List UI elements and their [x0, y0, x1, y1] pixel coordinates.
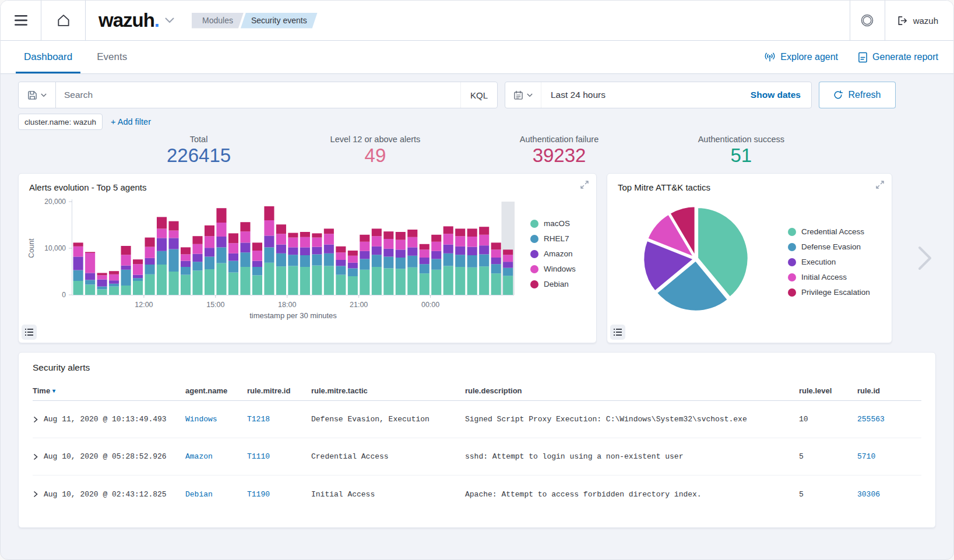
bar-segment[interactable]	[407, 230, 417, 237]
bar-segment[interactable]	[157, 217, 167, 228]
bar-segment[interactable]	[360, 251, 369, 259]
bar-segment[interactable]	[431, 259, 441, 269]
bar-segment[interactable]	[85, 280, 95, 284]
show-dates-button[interactable]: Show dates	[751, 90, 811, 100]
bar-segment[interactable]	[228, 253, 238, 261]
bar-segment[interactable]	[276, 266, 286, 295]
cell-agent-name[interactable]: Amazon	[185, 452, 247, 461]
bar-segment[interactable]	[336, 252, 346, 260]
bar-segment[interactable]	[97, 289, 107, 295]
bar-segment[interactable]	[503, 268, 513, 276]
bar-segment[interactable]	[264, 206, 274, 220]
bar-segment[interactable]	[420, 249, 430, 258]
bar-segment[interactable]	[467, 228, 477, 237]
bar-segment[interactable]	[383, 256, 393, 268]
bar-segment[interactable]	[121, 270, 131, 286]
bar-segment[interactable]	[396, 269, 406, 295]
bar-segment[interactable]	[73, 246, 83, 257]
cell-agent-name[interactable]: Debian	[185, 490, 247, 499]
bar-segment[interactable]	[348, 276, 358, 295]
bar-segment[interactable]	[97, 273, 107, 275]
expand-panel-button[interactable]	[875, 180, 885, 189]
bar-segment[interactable]	[467, 255, 477, 267]
bar-segment[interactable]	[407, 267, 417, 295]
bar-segment[interactable]	[288, 247, 298, 255]
bar-segment[interactable]	[168, 231, 178, 238]
bar-segment[interactable]	[240, 231, 250, 242]
bar-segment[interactable]	[348, 263, 358, 269]
bar-segment[interactable]	[121, 286, 131, 295]
column-header-agent-name[interactable]: agent.name	[185, 386, 247, 395]
bar-segment[interactable]	[157, 238, 167, 251]
bar-segment[interactable]	[205, 226, 214, 236]
bar-segment[interactable]	[73, 242, 83, 246]
logout-button[interactable]: wazuh	[885, 1, 953, 40]
bar-segment[interactable]	[396, 258, 406, 269]
cell-agent-name[interactable]: Windows	[185, 415, 247, 424]
column-header-rule-level[interactable]: rule.level	[799, 386, 857, 395]
bar-segment[interactable]	[300, 232, 310, 237]
bar-segment[interactable]	[348, 256, 358, 263]
bar-segment[interactable]	[276, 253, 286, 266]
bar-segment[interactable]	[73, 270, 83, 281]
bar-segment[interactable]	[216, 237, 226, 247]
bar-segment[interactable]	[372, 228, 382, 236]
bar-segment[interactable]	[491, 249, 501, 258]
legend-item[interactable]: macOS	[530, 219, 576, 228]
bar-segment[interactable]	[109, 287, 119, 295]
bar-segment[interactable]	[324, 228, 334, 234]
bar-segment[interactable]	[85, 253, 95, 273]
bar-segment[interactable]	[252, 275, 262, 295]
row-expand-icon[interactable]	[33, 491, 38, 498]
bar-segment[interactable]	[431, 270, 441, 295]
bar-segment[interactable]	[121, 246, 131, 255]
legend-item[interactable]: Credential Access	[788, 227, 870, 236]
bar-segment[interactable]	[407, 256, 417, 267]
bar-segment[interactable]	[300, 267, 310, 295]
bar-segment[interactable]	[443, 253, 453, 266]
search-input[interactable]	[56, 90, 460, 100]
bar-segment[interactable]	[133, 275, 143, 279]
bar-segment[interactable]	[288, 238, 298, 248]
bar-segment[interactable]	[455, 236, 465, 246]
add-filter-button[interactable]: + Add filter	[111, 117, 151, 126]
bar-segment[interactable]	[181, 267, 191, 275]
bar-segment[interactable]	[228, 243, 238, 253]
bar-segment[interactable]	[181, 275, 191, 295]
bar-segment[interactable]	[216, 247, 226, 263]
time-range-value[interactable]: Last 24 hours	[541, 90, 615, 100]
bar-segment[interactable]	[443, 245, 453, 253]
bar-segment[interactable]	[252, 251, 262, 261]
bar-segment[interactable]	[85, 284, 95, 295]
tab-events[interactable]: Events	[89, 41, 135, 73]
bar-segment[interactable]	[455, 267, 465, 295]
expand-panel-button[interactable]	[580, 180, 589, 189]
bar-segment[interactable]	[336, 266, 346, 274]
bar-segment[interactable]	[192, 254, 202, 262]
bar-segment[interactable]	[288, 233, 298, 238]
bar-segment[interactable]	[431, 235, 441, 242]
bar-segment[interactable]	[181, 261, 191, 267]
bar-segment[interactable]	[205, 236, 214, 248]
bar-segment[interactable]	[431, 251, 441, 259]
bar-segment[interactable]	[264, 247, 274, 262]
bar-segment[interactable]	[288, 255, 298, 266]
bar-segment[interactable]	[168, 221, 178, 231]
bar-segment[interactable]	[133, 281, 143, 295]
bar-segment[interactable]	[300, 247, 310, 255]
saved-queries-button[interactable]	[19, 82, 56, 108]
legend-item[interactable]: Execution	[788, 258, 870, 266]
bar-segment[interactable]	[383, 239, 393, 249]
bar-segment[interactable]	[109, 274, 119, 280]
bar-segment[interactable]	[85, 252, 95, 253]
bar-segment[interactable]	[420, 244, 430, 250]
bar-segment[interactable]	[467, 267, 477, 295]
bar-segment[interactable]	[491, 264, 501, 273]
bar-segment[interactable]	[133, 278, 143, 281]
cell-rule-mitre-id[interactable]: T1218	[247, 415, 311, 424]
bar-segment[interactable]	[324, 266, 334, 295]
bar-segment[interactable]	[479, 245, 489, 254]
bar-segment[interactable]	[503, 276, 513, 295]
bar-segment[interactable]	[145, 274, 155, 295]
legend-item[interactable]: RHEL7	[530, 234, 576, 243]
